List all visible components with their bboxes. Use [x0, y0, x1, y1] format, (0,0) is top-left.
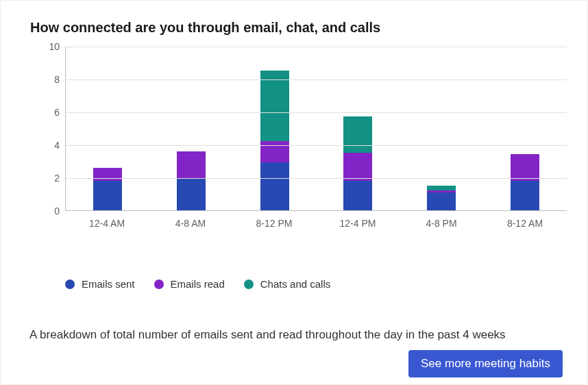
bar-segment	[511, 181, 539, 210]
bar	[511, 154, 539, 210]
bar	[93, 168, 122, 210]
legend: Emails sent Emails read Chats and calls	[65, 278, 568, 290]
bar-segment	[343, 181, 372, 210]
bar	[343, 116, 372, 210]
y-tick: 4	[39, 140, 60, 151]
bar	[177, 151, 206, 210]
bar-segment	[260, 162, 289, 210]
legend-swatch-read	[154, 280, 164, 289]
see-more-button[interactable]: See more meeting habits	[408, 350, 563, 377]
bar-segment	[177, 179, 206, 210]
x-tick: 12-4 AM	[73, 218, 141, 229]
y-axis: 0246810	[38, 47, 65, 211]
legend-item-sent: Emails sent	[65, 278, 135, 290]
gridline	[66, 112, 567, 113]
legend-swatch-chats	[244, 280, 254, 289]
y-tick: 6	[39, 107, 60, 118]
bar-segment	[177, 151, 206, 179]
bar-segment	[260, 141, 289, 162]
bar	[260, 71, 289, 210]
bar-segment	[343, 116, 372, 153]
y-tick: 10	[39, 41, 60, 52]
gridline	[66, 79, 567, 80]
gridline	[66, 145, 567, 146]
bar-segment	[93, 181, 122, 210]
bar-segment	[427, 186, 456, 190]
gridline	[66, 178, 567, 179]
y-tick: 0	[39, 206, 60, 216]
bars	[66, 47, 567, 210]
x-tick: 12-4 PM	[323, 218, 392, 229]
x-axis-labels: 12-4 AM4-8 AM8-12 PM12-4 PM4-8 PM8-12 AM	[65, 218, 567, 229]
x-tick: 8-12 AM	[491, 218, 559, 229]
y-tick: 2	[39, 173, 60, 184]
y-tick: 8	[39, 74, 60, 85]
legend-label-chats: Chats and calls	[260, 278, 331, 290]
x-tick: 8-12 PM	[240, 218, 308, 229]
legend-swatch-sent	[65, 280, 75, 289]
legend-item-read: Emails read	[154, 278, 225, 290]
chart: 0246810 12-4 AM4-8 AM8-12 PM12-4 PM4-8 P…	[38, 47, 568, 238]
card-description: A breakdown of total number of emails se…	[29, 327, 550, 343]
legend-item-chats: Chats and calls	[244, 278, 331, 290]
card-title: How connected are you through email, cha…	[30, 20, 568, 36]
x-tick: 4-8 PM	[407, 218, 476, 229]
bar-segment	[427, 192, 456, 210]
gridline	[66, 47, 567, 47]
bar	[427, 186, 456, 210]
x-tick: 4-8 AM	[156, 218, 225, 229]
legend-label-sent: Emails sent	[82, 278, 135, 290]
legend-label-read: Emails read	[171, 278, 225, 290]
bar-segment	[260, 71, 289, 141]
plot-area	[65, 47, 567, 211]
insights-card: How connected are you through email, cha…	[0, 0, 588, 385]
bar-segment	[343, 153, 372, 181]
bar-segment	[511, 154, 539, 180]
